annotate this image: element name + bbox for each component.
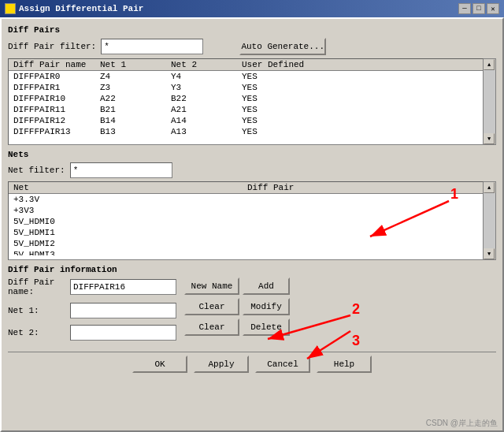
col-header-user-defined: User Defined [240, 60, 480, 69]
dp-name-cell: DIFFPAIR11 [12, 105, 98, 114]
diff-pairs-row[interactable]: DIFFPAIR12 B14 A14 YES [9, 115, 483, 126]
net-diff-pair-cell [246, 239, 480, 248]
dp-name-cell: DIFFPAIR12 [12, 116, 98, 125]
diff-pair-name-input[interactable] [70, 279, 176, 295]
dp-user-defined-cell: YES [240, 94, 480, 103]
diff-pair-name-label: Diff Pair name: [8, 277, 67, 296]
dp-name-cell: DIFFFPAIR13 [12, 127, 98, 136]
diff-pair-filter-label: Diff Pair filter: [8, 42, 96, 51]
dp-name-cell: DIFFPAIR0 [12, 72, 98, 81]
nets-list-wrapper: Net Diff Pair +3.3V +3V3 5V_HDMI0 5V_HDM… [8, 181, 496, 260]
net-name-cell: 5V_HDMI1 [12, 228, 246, 237]
nets-scrollbar[interactable]: ▲ ▼ [484, 181, 496, 260]
nets-row[interactable]: 5V_HDMI0 [9, 216, 483, 227]
nets-row[interactable]: 5V_HDMI2 [9, 238, 483, 249]
nets-scroll-down-arrow[interactable]: ▼ [484, 248, 495, 259]
dp-user-defined-cell: YES [240, 116, 480, 125]
dp-name-cell: DIFFPAIR10 [12, 94, 98, 103]
add-button[interactable]: Add [243, 277, 290, 295]
main-dialog: Diff Pairs Diff Pair filter: Auto Genera… [0, 17, 504, 432]
ok-button[interactable]: OK [132, 356, 187, 373]
net-filter-row: Net filter: [8, 162, 496, 178]
dp-net2-cell: B22 [169, 94, 240, 103]
dp-net1-cell: B14 [98, 116, 169, 125]
diff-pairs-row[interactable]: DIFFPAIR11 B21 A21 YES [9, 104, 483, 115]
diff-pairs-row[interactable]: DIFFPAIR1 Z3 Y3 YES [9, 82, 483, 93]
auto-generate-button[interactable]: Auto Generate... [239, 38, 326, 55]
net-name-cell: +3.3V [12, 195, 246, 204]
net1-input[interactable] [70, 303, 176, 318]
net-diff-pair-cell [246, 195, 480, 204]
diff-pair-filter-row: Diff Pair filter: Auto Generate... [8, 38, 496, 55]
nets-row[interactable]: +3V3 [9, 205, 483, 216]
nets-title: Nets [8, 150, 496, 159]
net-diff-pair-cell [246, 206, 480, 215]
col-header-net2: Net 2 [169, 60, 240, 69]
diff-pair-name-row: Diff Pair name: [8, 277, 176, 296]
dp-net2-cell: Y3 [169, 83, 240, 92]
net-name-cell: +3V3 [12, 206, 246, 215]
maximize-button[interactable]: □ [472, 3, 485, 14]
dp-net1-cell: Z4 [98, 72, 169, 81]
minimize-button[interactable]: — [458, 3, 471, 14]
net-diff-pair-cell [246, 217, 480, 226]
net-filter-input[interactable] [70, 162, 172, 178]
diff-pairs-row[interactable]: DIFFPAIR0 Z4 Y4 YES [9, 71, 483, 82]
col-header-net: Net [12, 183, 246, 192]
help-button[interactable]: Help [317, 356, 372, 373]
nets-list: Net Diff Pair +3.3V +3V3 5V_HDMI0 5V_HDM… [8, 181, 484, 260]
apply-button[interactable]: Apply [194, 356, 249, 373]
dp-net1-cell: Z3 [98, 83, 169, 92]
title-bar: Assign Differential Pair — □ ✕ [0, 0, 504, 17]
window-icon [5, 3, 16, 14]
net2-row: Net 2: [8, 325, 176, 341]
diff-pairs-list-body: DIFFPAIR0 Z4 Y4 YES DIFFPAIR1 Z3 Y3 YES … [9, 71, 483, 140]
modify-button[interactable]: Modify [243, 298, 290, 315]
nets-list-header: Net Diff Pair [9, 182, 483, 194]
close-button[interactable]: ✕ [487, 3, 499, 14]
clear2-button[interactable]: Clear [184, 318, 239, 336]
dp-user-defined-cell: YES [240, 105, 480, 114]
diff-pair-filter-input[interactable] [101, 39, 203, 54]
net1-row: Net 1: [8, 303, 176, 318]
watermark: CSDN @岸上走的鱼 [426, 418, 498, 429]
delete-button[interactable]: Delete [243, 318, 290, 336]
diff-pairs-row[interactable]: DIFFFPAIR13 B13 A13 YES [9, 126, 483, 137]
nets-row[interactable]: 5V_HDMI1 [9, 227, 483, 238]
dp-net2-cell: Y4 [169, 72, 240, 81]
diff-pairs-list-header: Diff Pair name Net 1 Net 2 User Defined [9, 59, 483, 71]
dp-user-defined-cell: YES [240, 72, 480, 81]
diff-pairs-section: Diff Pairs Diff Pair filter: Auto Genera… [8, 25, 496, 145]
dp-user-defined-cell: YES [240, 127, 480, 136]
nets-scroll-up-arrow[interactable]: ▲ [484, 182, 495, 193]
net-name-cell: 5V_HDMI2 [12, 239, 246, 248]
net2-input[interactable] [70, 325, 176, 341]
nets-row[interactable]: +3.3V [9, 194, 483, 205]
dp-net2-cell: A21 [169, 105, 240, 114]
scroll-down-arrow[interactable]: ▼ [484, 133, 495, 144]
cancel-button[interactable]: Cancel [255, 356, 310, 373]
diff-pairs-scrollbar[interactable]: ▲ ▼ [484, 58, 496, 145]
net-diff-pair-cell [246, 250, 480, 255]
diff-pairs-row[interactable]: DIFFPAIR10 A22 B22 YES [9, 93, 483, 104]
dp-net1-cell: B13 [98, 127, 169, 136]
bottom-buttons-row: OK Apply Cancel Help [8, 352, 496, 373]
dp-net2-cell: A14 [169, 116, 240, 125]
nets-row[interactable]: 5V_HDMI3 [9, 249, 483, 255]
diff-pairs-list-wrapper: Diff Pair name Net 1 Net 2 User Defined … [8, 58, 496, 145]
new-name-button[interactable]: New Name [184, 277, 239, 295]
window-title: Assign Differential Pair [19, 4, 143, 13]
scroll-thumb [484, 70, 495, 133]
nets-scroll-thumb [484, 193, 495, 248]
dp-net1-cell: B21 [98, 105, 169, 114]
clear1-button[interactable]: Clear [184, 298, 239, 315]
col-header-name: Diff Pair name [12, 60, 98, 69]
net-name-cell: 5V_HDMI3 [12, 250, 246, 255]
col-header-diff-pair: Diff Pair [246, 183, 480, 192]
scroll-up-arrow[interactable]: ▲ [484, 59, 495, 70]
net-name-cell: 5V_HDMI0 [12, 217, 246, 226]
diff-pairs-list: Diff Pair name Net 1 Net 2 User Defined … [8, 58, 484, 145]
diff-pair-info-title: Diff Pair information [8, 265, 496, 274]
diff-pairs-title: Diff Pairs [8, 25, 496, 35]
net-filter-label: Net filter: [8, 166, 65, 175]
